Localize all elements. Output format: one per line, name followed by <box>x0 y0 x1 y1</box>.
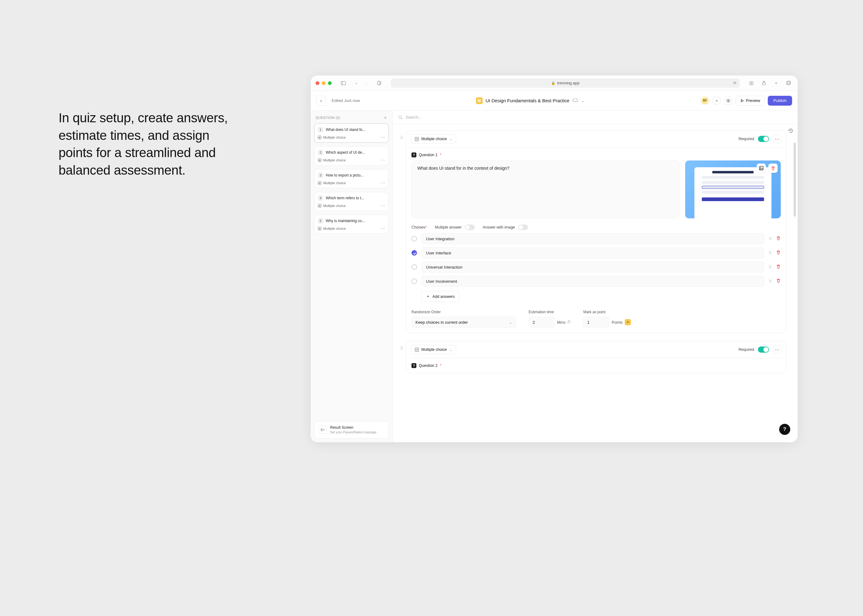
result-screen-icon: E+ <box>318 425 327 434</box>
points-input[interactable]: 1 <box>583 317 609 328</box>
choice-drag-handle[interactable]: ⠿ <box>769 279 772 284</box>
chevron-down-icon: ⌄ <box>449 137 452 141</box>
question-text-input[interactable]: What does UI stand for in the context of… <box>411 160 680 218</box>
history-icon[interactable] <box>787 127 795 135</box>
choice-drag-handle[interactable]: ⠿ <box>769 265 772 269</box>
sidebar-question-card[interactable]: 2 Which aspect of UI de... Multiple choi… <box>314 146 389 165</box>
question-number-label: Question 2 <box>419 363 437 368</box>
question-more-button[interactable]: ⋯ <box>381 226 385 231</box>
question-type-selector[interactable]: Multiple choice ⌄ <box>411 134 456 143</box>
choice-radio[interactable] <box>411 264 417 270</box>
block-more-button[interactable]: ⋯ <box>773 135 781 143</box>
question-more-button[interactable]: ⋯ <box>381 158 385 163</box>
shield-icon[interactable] <box>375 79 383 88</box>
choice-text-input[interactable]: User Involvement <box>421 276 764 287</box>
answer-image-toggle[interactable] <box>518 225 528 230</box>
choice-radio[interactable] <box>411 278 417 284</box>
lock-icon: 🔒 <box>551 81 555 85</box>
settings-button[interactable] <box>724 96 732 105</box>
download-icon[interactable] <box>747 79 756 88</box>
search-placeholder: Search... <box>406 115 422 119</box>
doc-title[interactable]: UI Design Fundamentals & Best Practice <box>486 98 570 103</box>
chevron-down-icon: ⌄ <box>509 320 512 325</box>
preview-button[interactable]: Preview <box>736 96 765 106</box>
multiple-choice-icon <box>415 137 419 141</box>
answer-image-label: Answer with image <box>483 225 515 229</box>
multiple-choice-icon <box>318 181 321 185</box>
multi-answer-toggle[interactable] <box>465 225 475 230</box>
delete-image-button[interactable] <box>769 163 778 173</box>
choice-text-input[interactable]: Universal Interaction <box>421 261 764 273</box>
question-more-button[interactable]: ⋯ <box>381 181 385 185</box>
browser-window: ‹ › 🔒 trenning.app ⟳ ＋ ‹ Edited <box>311 75 798 442</box>
main-panel: Search... ⠿ Multiple choice ⌄ <box>393 111 798 442</box>
delete-choice-button[interactable] <box>776 250 781 256</box>
new-tab-icon[interactable]: ＋ <box>772 79 780 88</box>
block-more-button[interactable]: ⋯ <box>773 345 781 354</box>
choice-text-input[interactable]: User Integration <box>421 233 764 244</box>
required-toggle[interactable] <box>758 347 769 353</box>
result-screen-card[interactable]: E+ Result Screen Set your Passed/failed … <box>314 421 389 438</box>
block-drag-handle[interactable]: ⠿ <box>400 341 403 351</box>
choice-radio[interactable] <box>411 236 417 242</box>
add-question-button[interactable]: ＋ <box>383 115 387 120</box>
cloud-sync-icon[interactable] <box>572 98 578 103</box>
required-label: Required <box>739 347 754 352</box>
choice-text-input[interactable]: User Interface <box>421 247 764 258</box>
delete-choice-button[interactable] <box>776 278 781 284</box>
nav-forward-icon[interactable]: › <box>362 79 370 88</box>
scrollbar[interactable] <box>794 143 796 217</box>
question-more-button[interactable]: ⋯ <box>381 135 385 140</box>
multiple-choice-icon <box>318 227 321 230</box>
svg-line-9 <box>401 118 403 119</box>
tabs-icon[interactable] <box>784 79 793 88</box>
refresh-icon[interactable]: ⟳ <box>733 81 737 85</box>
question-type-label: Multiple choice <box>318 181 346 185</box>
chevron-down-icon: ⌄ <box>449 348 452 352</box>
answer-choice-row: User Interface ⠿ <box>411 247 781 258</box>
points-plus-badge[interactable]: + <box>625 319 631 325</box>
add-answers-button[interactable]: ＋ Add answers <box>421 291 459 302</box>
result-screen-title: Result Screen <box>330 425 376 430</box>
question-number-badge: 3 <box>318 173 323 178</box>
question-title: Which aspect of UI de... <box>326 150 385 155</box>
question-more-button[interactable]: ⋯ <box>381 203 385 208</box>
estimation-input[interactable]: 2 <box>529 317 554 328</box>
minimize-window-icon[interactable] <box>322 81 326 85</box>
question-type-label: Multiple choice <box>318 135 346 139</box>
required-toggle[interactable] <box>758 136 769 142</box>
question-type-label: Multiple choice <box>318 158 346 162</box>
question-type-label: Multiple choice <box>318 227 346 230</box>
sidebar-question-card[interactable]: 4 Which term refers to t... Multiple cho… <box>314 192 389 211</box>
randomize-select[interactable]: Keep choices in current order ⌄ <box>411 317 516 328</box>
collaborator-avatar[interactable]: RF <box>701 96 709 105</box>
browser-chrome: ‹ › 🔒 trenning.app ⟳ ＋ <box>311 75 798 91</box>
nav-back-icon[interactable]: ‹ <box>352 79 361 88</box>
question-number-badge: 4 <box>318 195 323 201</box>
sidebar-question-card[interactable]: 5 Why is maintaining co... Multiple choi… <box>314 215 389 234</box>
edited-status: Edited Just now <box>332 98 360 103</box>
close-window-icon[interactable] <box>316 81 319 85</box>
add-collaborator-button[interactable]: ＋ <box>712 96 721 105</box>
delete-choice-button[interactable] <box>776 264 781 270</box>
block-drag-handle[interactable]: ⠿ <box>400 130 403 140</box>
question-title: How to export a pictu... <box>326 173 385 178</box>
help-fab[interactable]: ? <box>779 424 790 435</box>
url-bar[interactable]: 🔒 trenning.app ⟳ <box>391 79 740 88</box>
delete-choice-button[interactable] <box>776 236 781 242</box>
publish-button[interactable]: Publish <box>768 96 792 106</box>
back-button[interactable]: ‹ <box>316 96 326 106</box>
sidebar-toggle-icon[interactable] <box>339 79 348 88</box>
maximize-window-icon[interactable] <box>328 81 332 85</box>
choice-drag-handle[interactable]: ⠿ <box>769 237 772 241</box>
search-bar[interactable]: Search... <box>393 111 798 124</box>
points-unit: Points <box>611 320 623 325</box>
title-menu-icon[interactable]: ⌄ <box>581 98 585 103</box>
sidebar-question-card[interactable]: 1 What does UI stand fo... Multiple choi… <box>314 124 389 143</box>
share-icon[interactable] <box>759 79 768 88</box>
sidebar-question-card[interactable]: 3 How to export a pictu... Multiple choi… <box>314 169 389 188</box>
replace-image-button[interactable] <box>757 163 766 173</box>
choice-radio[interactable] <box>411 250 417 256</box>
question-type-selector[interactable]: Multiple choice ⌄ <box>411 345 456 354</box>
choice-drag-handle[interactable]: ⠿ <box>769 251 772 255</box>
